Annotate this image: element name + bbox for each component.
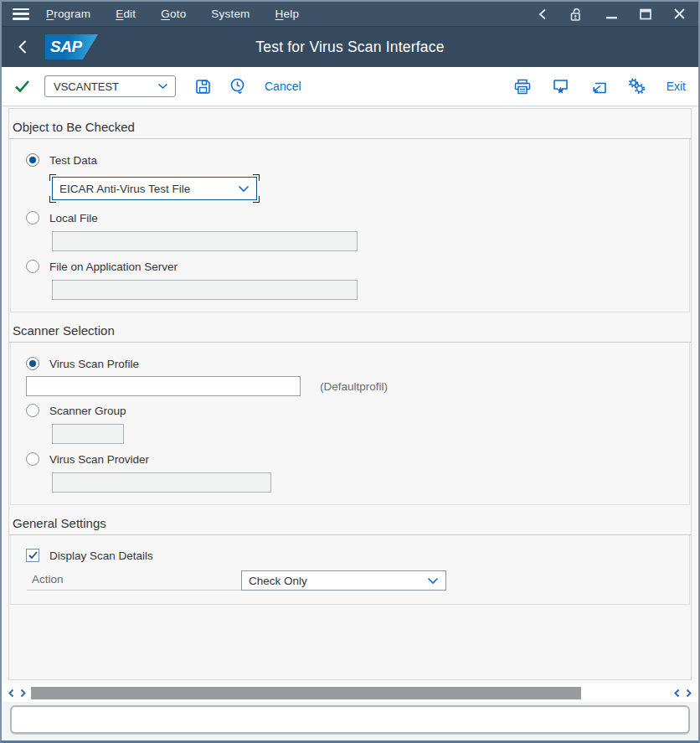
profile-field-row: (Defaultprofil) — [26, 376, 674, 396]
test-data-combobox[interactable]: EICAR Anti-Virus Test File — [52, 177, 257, 200]
menu-program[interactable]: Program — [46, 8, 90, 20]
cancel-button[interactable]: Cancel — [265, 80, 301, 93]
screen-container: Object to Be Checked Test Data EICAR Ant… — [8, 108, 692, 680]
create-shortcut-icon[interactable] — [552, 78, 569, 95]
radio-option-test-data[interactable]: Test Data — [26, 152, 674, 168]
radio-test-data[interactable] — [26, 153, 39, 167]
test-data-value: EICAR Anti-Virus Test File — [59, 183, 190, 195]
menu-help[interactable]: Help — [275, 8, 300, 20]
radio-option-scan-provider[interactable]: Virus Scan Provider — [26, 451, 674, 467]
application-toolbar: Cancel — [2, 67, 698, 106]
scroll-arrows-left — [4, 689, 30, 698]
sap-logo: SAP — [45, 34, 98, 59]
radio-scan-provider[interactable] — [26, 452, 39, 466]
radio-option-server-file[interactable]: File on Application Server — [26, 258, 674, 275]
display-scan-details-checkbox[interactable] — [26, 549, 39, 562]
save-icon[interactable] — [195, 79, 211, 95]
radio-scan-profile[interactable] — [26, 357, 39, 370]
command-field[interactable] — [44, 75, 176, 97]
test-data-combobox-focus: EICAR Anti-Virus Test File — [49, 174, 260, 203]
radio-option-scan-profile[interactable]: Virus Scan Profile — [26, 355, 674, 372]
radio-label: Virus Scan Profile — [49, 358, 139, 370]
chevron-down-icon[interactable] — [238, 185, 250, 193]
menu-bar: Program Edit Goto System Help — [2, 2, 698, 27]
scanner-group-input — [52, 424, 124, 444]
command-input[interactable] — [52, 80, 157, 94]
checkbox-label: Display Scan Details — [49, 550, 153, 562]
exit-button[interactable]: Exit — [667, 80, 686, 93]
radio-label: Virus Scan Provider — [49, 453, 149, 466]
new-session-icon[interactable] — [590, 79, 607, 95]
scan-profile-input[interactable] — [26, 376, 301, 396]
scroll-left-icon[interactable] — [8, 689, 14, 698]
scroll-right-icon[interactable] — [20, 689, 26, 698]
window-controls — [538, 7, 685, 22]
scroll-right-icon[interactable] — [686, 689, 692, 698]
hamburger-menu-icon[interactable] — [13, 8, 29, 20]
scroll-arrows-right — [670, 689, 696, 698]
back-button-icon[interactable] — [18, 39, 27, 54]
default-profile-note: (Defaultprofil) — [320, 380, 388, 393]
section-title-scanner: Scanner Selection — [9, 312, 691, 343]
menu-goto[interactable]: Goto — [161, 8, 186, 20]
radio-label: File on Application Server — [49, 261, 178, 273]
status-bar — [10, 705, 690, 734]
radio-option-local-file[interactable]: Local File — [26, 209, 674, 226]
ok-check-icon[interactable] — [14, 80, 30, 93]
action-label: Action — [27, 570, 241, 591]
radio-label: Scanner Group — [49, 405, 126, 417]
scan-provider-input — [52, 472, 271, 493]
menu-edit[interactable]: Edit — [116, 8, 136, 20]
radio-server-file[interactable] — [26, 260, 39, 273]
action-dropdown[interactable]: Check Only — [241, 570, 446, 591]
radio-label: Local File — [49, 212, 98, 224]
scrollbar-thumb[interactable] — [31, 687, 581, 699]
printer-icon[interactable] — [514, 79, 531, 95]
menu-system[interactable]: System — [211, 8, 250, 20]
content-area: Object to Be Checked Test Data EICAR Ant… — [2, 106, 698, 680]
group-general-settings: Display Scan Details Action Check Only — [10, 535, 690, 605]
minimize-icon[interactable] — [606, 8, 617, 20]
horizontal-scrollbar — [2, 684, 698, 702]
action-row: Action Check Only — [27, 570, 674, 591]
session-lock-icon[interactable] — [569, 7, 584, 22]
back-chevron-icon[interactable] — [538, 8, 546, 20]
title-bar: Test for Virus Scan Interface SAP — [2, 27, 698, 67]
section-title-object: Object to Be Checked — [9, 109, 691, 139]
section-title-general: General Settings — [9, 505, 691, 535]
history-clock-icon[interactable] — [229, 78, 245, 95]
chevron-down-icon[interactable] — [427, 577, 439, 585]
maximize-icon[interactable] — [640, 8, 651, 20]
radio-label: Test Data — [49, 154, 97, 167]
local-file-input — [52, 231, 358, 251]
radio-local-file[interactable] — [26, 211, 39, 224]
close-icon[interactable] — [674, 8, 685, 19]
scroll-left-icon[interactable] — [674, 689, 680, 698]
sap-gui-window: Program Edit Goto System Help — [0, 0, 700, 743]
group-scanner-selection: Virus Scan Profile (Defaultprofil) Scann… — [10, 343, 690, 505]
radio-scanner-group[interactable] — [26, 404, 39, 417]
action-value: Check Only — [249, 575, 307, 587]
status-area — [2, 702, 698, 740]
settings-gears-icon[interactable] — [628, 78, 646, 95]
page-title: Test for Virus Scan Interface — [2, 39, 698, 56]
chevron-down-icon[interactable] — [157, 83, 168, 90]
display-scan-details-row[interactable]: Display Scan Details — [26, 547, 674, 564]
scrollbar-track[interactable] — [30, 687, 670, 699]
group-object-to-be-checked: Test Data EICAR Anti-Virus Test File Loc… — [10, 139, 690, 312]
radio-option-scanner-group[interactable]: Scanner Group — [26, 402, 674, 419]
server-file-input — [52, 280, 358, 300]
